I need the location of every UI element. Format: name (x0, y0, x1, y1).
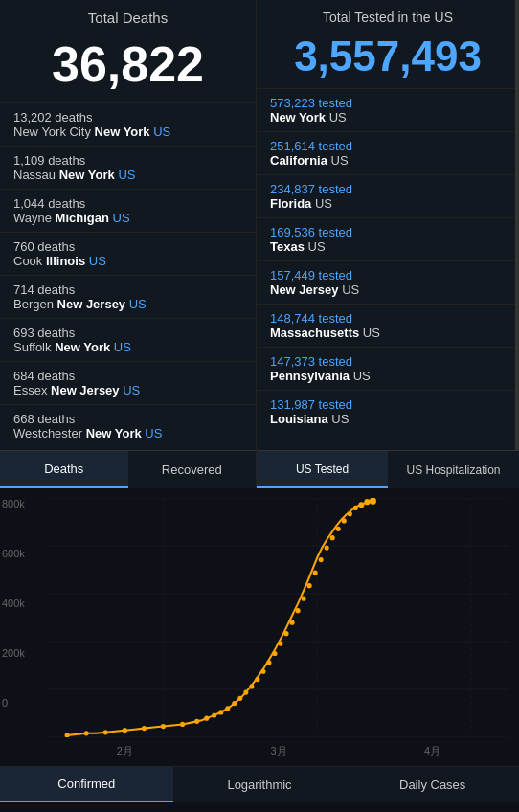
tested-item: 234,837 tested Florida US (257, 174, 519, 217)
tested-item: 157,449 tested New Jersey US (257, 260, 519, 304)
deaths-location: Nassau New York US (13, 168, 242, 182)
tested-count: 148,744 tested (270, 311, 506, 326)
svg-point-27 (266, 660, 271, 665)
tested-header-text: Total Tested in the US (323, 10, 453, 25)
deaths-item: 684 deaths Essex New Jersey US (0, 361, 256, 404)
svg-point-26 (260, 669, 265, 674)
tested-location: Florida US (270, 196, 506, 211)
svg-point-31 (290, 620, 295, 625)
deaths-item: 693 deaths Suffolk New York US (0, 318, 256, 361)
tested-list: 573,223 tested New York US 251,614 teste… (257, 88, 519, 450)
left-panel: Total Deaths 36,822 13,202 deaths New Yo… (0, 0, 257, 488)
right-tabs: US TestedUS Hospitalization (257, 450, 519, 488)
svg-point-33 (302, 597, 306, 601)
svg-point-20 (225, 706, 230, 710)
svg-point-30 (284, 631, 289, 636)
deaths-location: Westchester New York US (13, 426, 242, 440)
svg-point-28 (272, 651, 277, 656)
svg-point-23 (243, 690, 248, 695)
total-tested-label: Total Tested in the US (257, 0, 519, 29)
y-label-800k: 800k (2, 498, 25, 509)
deaths-item: 1,109 deaths Nassau New York US (0, 146, 256, 189)
deaths-list: 13,202 deaths New York City New York US … (0, 102, 256, 450)
svg-point-37 (325, 545, 329, 550)
right-tab-us-hospitalization[interactable]: US Hospitalization (388, 451, 519, 488)
y-label-400k: 400k (2, 598, 25, 609)
deaths-count: 714 deaths (13, 282, 242, 297)
tested-count: 251,614 tested (270, 139, 506, 153)
deaths-location: Bergen New Jersey US (13, 297, 242, 311)
svg-point-22 (237, 696, 242, 701)
total-tested-number: 3,557,493 (257, 29, 519, 88)
tested-location: Texas US (270, 239, 506, 254)
y-axis-labels: 800k 600k 400k 200k 0 (2, 498, 25, 709)
tested-item: 573,223 tested New York US (257, 88, 519, 131)
x-label-feb: 2月 (117, 744, 133, 758)
svg-point-14 (161, 724, 166, 729)
deaths-count: 668 deaths (13, 412, 242, 426)
x-axis-labels: 2月 3月 4月 (48, 744, 509, 758)
svg-point-40 (342, 518, 347, 523)
deaths-count: 13,202 deaths (13, 110, 242, 124)
tested-location: California US (270, 153, 506, 168)
tested-count: 573,223 tested (270, 96, 506, 110)
right-panel: Total Tested in the US 3,557,493 573,223… (257, 0, 519, 488)
x-label-mar: 3月 (270, 744, 286, 758)
left-tabs: DeathsRecovered (0, 450, 256, 488)
y-label-200k: 200k (2, 647, 25, 659)
left-tab-deaths[interactable]: Deaths (0, 451, 128, 488)
right-tab-us-tested[interactable]: US Tested (257, 451, 388, 488)
tested-item: 131,987 tested Louisiana US (257, 390, 519, 433)
chart-area: 800k 600k 400k 200k 0 (48, 498, 509, 737)
svg-point-11 (103, 730, 108, 734)
left-tab-recovered[interactable]: Recovered (128, 451, 257, 488)
tested-count: 234,837 tested (270, 182, 506, 196)
svg-point-39 (336, 527, 341, 531)
svg-point-15 (180, 722, 185, 727)
tested-location: New Jersey US (270, 282, 506, 297)
deaths-location: Wayne Michigan US (13, 211, 242, 225)
deaths-item: 760 deaths Cook Illinois US (0, 232, 256, 275)
svg-point-34 (307, 583, 312, 588)
tested-count: 157,449 tested (270, 268, 506, 282)
svg-point-41 (348, 511, 352, 516)
svg-point-17 (204, 716, 209, 721)
tested-item: 169,536 tested Texas US (257, 217, 519, 260)
svg-point-38 (330, 535, 335, 540)
total-deaths-label: Total Deaths (0, 0, 256, 32)
total-deaths-number: 36,822 (0, 32, 256, 102)
svg-point-19 (218, 710, 223, 714)
tested-count: 147,373 tested (270, 354, 506, 369)
tested-location: Massachusetts US (270, 326, 506, 340)
deaths-count: 693 deaths (13, 326, 242, 340)
svg-point-16 (194, 719, 199, 724)
chart-section: 800k 600k 400k 200k 0 (0, 488, 519, 766)
svg-point-25 (255, 677, 260, 682)
deaths-location: Essex New Jersey US (13, 383, 242, 397)
tested-location: Pennsylvania US (270, 369, 506, 383)
deaths-item: 13,202 deaths New York City New York US (0, 102, 256, 146)
deaths-count: 1,109 deaths (13, 153, 242, 168)
deaths-count: 1,044 deaths (13, 196, 242, 211)
bottom-tab-confirmed[interactable]: Confirmed (0, 767, 173, 802)
bottom-tab-daily-cases[interactable]: Daily Cases (346, 767, 519, 802)
deaths-location: Cook Illinois US (13, 254, 242, 268)
svg-point-12 (123, 728, 127, 733)
svg-point-35 (313, 571, 318, 575)
deaths-location: Suffolk New York US (13, 340, 242, 354)
bottom-tab-logarithmic[interactable]: Logarithmic (173, 767, 347, 802)
svg-point-9 (65, 733, 70, 737)
tested-count: 131,987 tested (270, 397, 506, 412)
deaths-item: 668 deaths Westchester New York US (0, 404, 256, 447)
tested-count: 169,536 tested (270, 225, 506, 239)
svg-point-44 (364, 499, 370, 505)
svg-point-24 (249, 684, 254, 688)
y-label-600k: 600k (2, 548, 25, 559)
y-label-0: 0 (2, 697, 25, 709)
deaths-item: 1,044 deaths Wayne Michigan US (0, 189, 256, 232)
x-label-apr: 4月 (424, 744, 440, 758)
chart-svg (48, 498, 509, 737)
deaths-count: 684 deaths (13, 369, 242, 383)
svg-point-29 (278, 641, 282, 645)
svg-point-32 (296, 608, 301, 613)
